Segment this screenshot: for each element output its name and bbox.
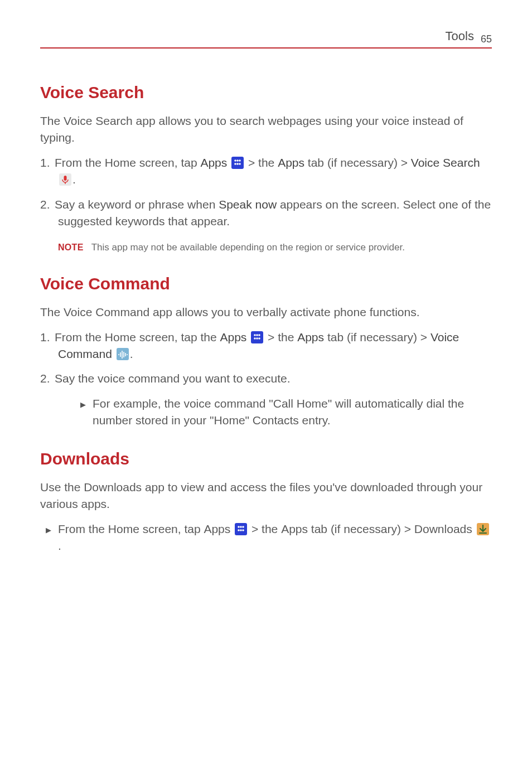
svg-point-6 — [239, 163, 241, 165]
steps-voice-command: 1.From the Home screen, tap the Apps > t… — [40, 329, 492, 429]
voice-search-label: Voice Search — [411, 156, 480, 169]
svg-rect-0 — [231, 157, 244, 169]
apps-label: Apps — [220, 331, 246, 343]
bullet-dl-pre: From the Home screen, tap — [58, 522, 204, 535]
apps-label: Apps — [204, 522, 230, 535]
bullet-dl-mid2: tab (if necessary) > — [308, 522, 414, 535]
heading-voice-search: Voice Search — [40, 80, 492, 105]
note-label: NOTE — [58, 241, 84, 254]
svg-point-29 — [240, 529, 242, 531]
bullet-dl-mid1: > the — [252, 522, 281, 535]
bullet-downloads: ▶From the Home screen, tap Apps > the Ap… — [40, 521, 492, 555]
svg-point-26 — [240, 526, 242, 528]
step-2-vs-pre: Say a keyword or phrase when — [55, 198, 219, 211]
step-number: 1. — [40, 154, 55, 171]
section-downloads: Downloads Use the Downloads app to view … — [40, 446, 492, 555]
apps-tab-label: Apps — [278, 156, 304, 169]
page-number: 65 — [481, 32, 492, 47]
page-header: Tools 65 — [40, 27, 492, 49]
section-voice-command: Voice Command The Voice Command app allo… — [40, 271, 492, 429]
step-1-voice-command: 1.From the Home screen, tap the Apps > t… — [40, 329, 492, 363]
voice-waveform-icon — [117, 348, 129, 360]
section-voice-search: Voice Search The Voice Search app allows… — [40, 80, 492, 254]
step-1-voice-search: 1.From the Home screen, tap Apps > the A… — [40, 154, 492, 188]
step-1-vs-text: From the Home screen, tap — [55, 156, 200, 169]
step-1-vc-mid2: tab (if necessary) > — [324, 331, 431, 343]
svg-point-14 — [254, 337, 256, 340]
step-1-vc-pre: From the Home screen, tap the — [55, 331, 220, 343]
svg-rect-10 — [251, 331, 263, 343]
note-voice-search: NOTE This app may not be available depen… — [40, 240, 492, 255]
svg-point-27 — [242, 526, 244, 528]
sub-bullet-voice-command: ▶For example, the voice command "Call Ho… — [58, 395, 492, 429]
step-2-voice-search: 2.Say a keyword or phrase when Speak now… — [40, 196, 492, 230]
svg-point-2 — [236, 159, 239, 162]
apps-grid-icon — [231, 157, 244, 169]
triangle-bullet-icon: ▶ — [46, 525, 58, 536]
svg-rect-24 — [235, 523, 247, 535]
svg-rect-8 — [64, 176, 67, 181]
microphone-icon — [59, 173, 71, 186]
step-1-vc-end: . — [130, 347, 133, 360]
page-section-title: Tools — [446, 27, 474, 45]
heading-downloads: Downloads — [40, 446, 492, 471]
step-number: 1. — [40, 329, 55, 346]
step-number: 2. — [40, 370, 55, 387]
apps-tab-label: Apps — [297, 331, 324, 343]
svg-point-3 — [239, 159, 241, 162]
step-1-vs-end: . — [72, 173, 76, 186]
triangle-bullet-icon: ▶ — [80, 400, 93, 410]
step-2-vc-text: Say the voice command you want to execut… — [55, 372, 291, 385]
apps-label: Apps — [200, 156, 227, 169]
apps-grid-icon — [251, 331, 263, 343]
apps-grid-icon — [235, 523, 247, 535]
step-number: 2. — [40, 196, 55, 213]
apps-tab-label: Apps — [281, 522, 308, 535]
svg-point-4 — [234, 163, 236, 165]
heading-voice-command: Voice Command — [40, 271, 492, 296]
svg-point-12 — [256, 334, 258, 336]
intro-voice-search: The Voice Search app allows you to searc… — [40, 113, 492, 147]
steps-voice-search: 1.From the Home screen, tap Apps > the A… — [40, 154, 492, 230]
svg-point-28 — [238, 529, 240, 531]
svg-point-13 — [258, 334, 260, 336]
svg-point-16 — [258, 337, 260, 340]
svg-point-1 — [234, 159, 236, 162]
intro-downloads: Use the Downloads app to view and access… — [40, 479, 492, 513]
speak-now-label: Speak now — [219, 198, 277, 211]
sub-bullet-text: For example, the voice command "Call Hom… — [93, 397, 464, 427]
step-1-vs-mid1: > the — [248, 156, 278, 169]
intro-voice-command: The Voice Command app allows you to verb… — [40, 304, 492, 321]
bullet-dl-end: . — [58, 539, 61, 552]
downloads-label: Downloads — [414, 522, 472, 535]
note-text: This app may not be available depending … — [91, 240, 405, 255]
svg-point-15 — [256, 337, 258, 340]
svg-point-25 — [238, 526, 240, 528]
svg-point-11 — [254, 334, 256, 336]
svg-point-30 — [242, 529, 244, 531]
step-1-vc-mid1: > the — [268, 331, 297, 343]
download-arrow-icon — [477, 523, 489, 535]
svg-point-5 — [236, 163, 239, 165]
step-1-vs-mid2: tab (if necessary) > — [304, 156, 411, 169]
step-2-voice-command: 2.Say the voice command you want to exec… — [40, 370, 492, 429]
